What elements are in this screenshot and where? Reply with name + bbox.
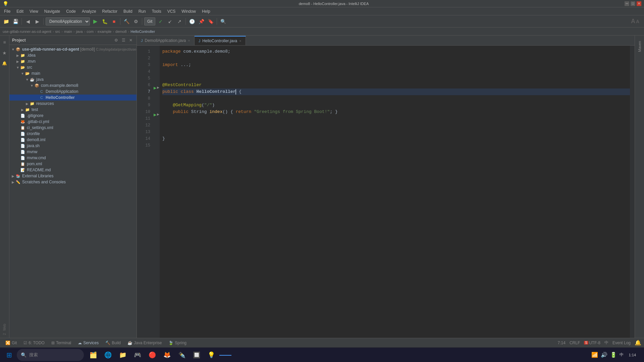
status-todo-tab[interactable]: ☑ 6: TODO (21, 340, 47, 346)
tree-gitlab-ci[interactable]: ▶ 🦊 .gitlab-ci.yml (9, 119, 137, 125)
menu-analyze[interactable]: Analyze (79, 8, 99, 14)
git-update[interactable]: ↙ (166, 17, 174, 25)
tree-demo8app[interactable]: ▶ C Demo8Application (9, 88, 137, 95)
encoding-label[interactable]: UTF-8 (589, 341, 600, 345)
status-services-tab[interactable]: ☁ Services (75, 340, 101, 346)
status-git-tab[interactable]: 🔀 Git (3, 340, 19, 346)
toolbar-history-btn[interactable]: 🕐 (188, 17, 196, 25)
minimize-button[interactable]: ─ (625, 1, 629, 6)
git-push[interactable]: ↗ (175, 17, 183, 25)
tree-java-sh[interactable]: ▶ 📄 java.sh (9, 143, 137, 149)
close-button[interactable]: ✕ (637, 1, 641, 6)
run-btn[interactable]: ▶ (91, 17, 99, 25)
taskbar-app-firefox[interactable]: 🦊 (160, 348, 174, 362)
tree-test[interactable]: ▶ 📁 test (9, 107, 137, 113)
run-method-icon2[interactable]: ▶ (157, 113, 159, 116)
tree-ci-settings[interactable]: ▶ 📋 ci_settings.xml (9, 125, 137, 131)
restore-button[interactable]: □ (631, 1, 635, 6)
breadcrumb-java[interactable]: java (76, 29, 83, 34)
stop-btn[interactable]: ■ (110, 17, 118, 25)
structure-icon[interactable]: ≡ (2, 38, 7, 46)
tree-idea[interactable]: ▶ 📁 .idea (9, 52, 137, 58)
tree-java-folder[interactable]: ▼ ☕ java (9, 76, 137, 82)
network-icon[interactable]: 📶 (591, 352, 598, 358)
tree-package[interactable]: ▼ 📦 com.example.demo8 (9, 82, 137, 88)
tree-gitignore[interactable]: ▶ 📄 .gitignore (9, 113, 137, 119)
start-button[interactable]: ⊞ (3, 349, 15, 361)
run-method-icon[interactable]: ▶ (154, 113, 156, 117)
tab-demo8application[interactable]: J Demo8Application.java × (137, 36, 195, 45)
tree-scratches[interactable]: ▶ ✏️ Scratches and Consoles (9, 179, 137, 185)
menu-edit[interactable]: Edit (14, 8, 26, 14)
cursor-position[interactable]: 7:14 (558, 341, 566, 345)
taskbar-app-pen[interactable]: ✒️ (175, 348, 189, 362)
toolbar-save-btn[interactable]: 💾 (11, 17, 19, 25)
tree-mvn[interactable]: ▶ 📁 .mvn (9, 58, 137, 64)
num2-tab[interactable]: 2 (1, 332, 8, 337)
run-class-icon[interactable]: ▶ (154, 86, 156, 90)
menu-help[interactable]: Help (199, 8, 213, 14)
tree-mvnw[interactable]: ▶ 📄 mvnw (9, 149, 137, 155)
run-config-dropdown[interactable]: Demo8Application (46, 17, 90, 25)
notification-icon[interactable]: 🔔 (1, 60, 8, 67)
panel-settings-btn[interactable]: ⚙ (113, 37, 119, 43)
menu-run[interactable]: Run (136, 8, 149, 14)
toolbar-back-btn[interactable]: ◀ (24, 17, 32, 25)
taskbar-app-files[interactable]: 🗂️ (87, 348, 100, 362)
notification-bell[interactable]: 🔔 (635, 340, 641, 346)
toolbar-open-btn[interactable]: 📁 (2, 17, 10, 25)
git-checkmark[interactable]: ✓ (157, 17, 165, 25)
run-class-icon2[interactable]: ▶ (157, 86, 159, 89)
code-content[interactable]: package com.example.demo8; import ...; @… (160, 46, 630, 338)
menu-navigate[interactable]: Navigate (42, 8, 63, 14)
taskbar-app-box[interactable]: 🔲 (190, 348, 203, 362)
tree-root[interactable]: ▼ 📦 use-gitlab-runner-as-cd-agent [demo8… (9, 46, 137, 52)
status-build-tab[interactable]: 🔨 Build (103, 340, 123, 346)
menu-code[interactable]: Code (63, 8, 78, 14)
toolbar-settings-btn[interactable]: ⚙ (132, 17, 140, 25)
search-everywhere-btn[interactable]: 🔍 (219, 17, 227, 25)
status-spring-tab[interactable]: 🍃 Spring (166, 340, 189, 346)
menu-file[interactable]: File (1, 8, 13, 14)
indent-label[interactable]: 中 (604, 340, 608, 346)
breadcrumb-example[interactable]: example (98, 29, 112, 34)
bookmark-icon[interactable]: ★ (1, 49, 8, 57)
tab-hellocontroller[interactable]: J HelloController.java × (195, 36, 246, 45)
battery-icon[interactable]: 🔋 (610, 352, 617, 358)
menu-view[interactable]: View (27, 8, 41, 14)
menu-tools[interactable]: Tools (149, 8, 164, 14)
status-terminal-tab[interactable]: ⊞ Terminal (49, 340, 74, 346)
menu-refactor[interactable]: Refactor (100, 8, 120, 14)
debug-btn[interactable]: 🐛 (101, 17, 109, 25)
menu-window[interactable]: Window (179, 8, 199, 14)
taskbar-app-folder[interactable]: 📁 (116, 348, 129, 362)
taskbar-app-browser[interactable]: 🌐 (101, 348, 115, 362)
panel-gear-btn[interactable]: ✕ (128, 37, 134, 43)
maven-tab[interactable]: Maven (636, 38, 643, 55)
tree-demo8-iml[interactable]: ▶ 📄 demo8.iml (9, 137, 137, 143)
taskbar-app-game[interactable]: 🎮 (131, 348, 144, 362)
window-controls[interactable]: ─ □ ✕ (625, 1, 641, 6)
show-desktop-btn[interactable] (639, 348, 641, 362)
breadcrumb-demo8[interactable]: demo8 (115, 29, 127, 34)
taskbar-app-intellij[interactable]: 💡 (205, 348, 218, 362)
toolbar-bookmark-btn[interactable]: 🔖 (207, 17, 215, 25)
event-log[interactable]: Event Log (612, 341, 631, 345)
breadcrumb-src[interactable]: src (55, 29, 60, 34)
time-display[interactable]: 1:14 (626, 353, 639, 357)
tree-hellocontroller[interactable]: ▶ C HelloController (9, 95, 137, 101)
menu-build[interactable]: Build (121, 8, 135, 14)
toolbar-forward-btn[interactable]: ▶ (33, 17, 41, 25)
tree-resources[interactable]: ▶ 📁 resources (9, 101, 137, 107)
volume-icon[interactable]: 🔊 (601, 352, 607, 358)
menu-vcs[interactable]: VCS (165, 8, 178, 14)
tree-cronfile[interactable]: ▶ 📄 cronfile (9, 131, 137, 137)
taskbar-search[interactable]: 🔍 搜索 (17, 349, 84, 361)
git-button[interactable]: Git (144, 17, 155, 25)
breadcrumb-main[interactable]: main (64, 29, 72, 34)
panel-layout-btn[interactable]: ☰ (120, 37, 126, 43)
toolbar-pin-btn[interactable]: 📌 (197, 17, 205, 25)
breadcrumb-com[interactable]: com (87, 29, 94, 34)
tree-main[interactable]: ▼ 📂 main (9, 70, 137, 76)
tree-readme[interactable]: ▶ 📝 README.md (9, 167, 137, 173)
